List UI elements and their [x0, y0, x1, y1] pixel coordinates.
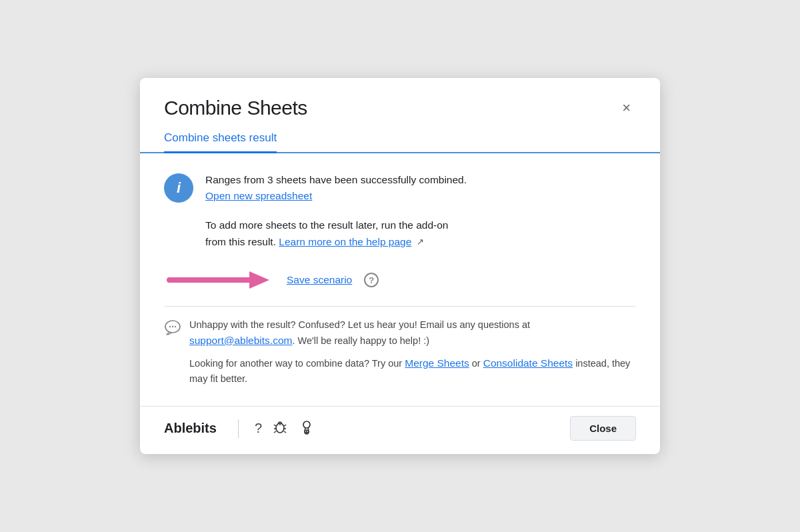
learn-more-link[interactable]: Learn more on the help page: [279, 236, 411, 247]
save-scenario-row: Save scenario ?: [164, 267, 636, 293]
external-link-icon: ↗: [417, 237, 424, 247]
section-divider: [164, 306, 636, 307]
save-scenario-help-icon[interactable]: ?: [364, 273, 379, 287]
svg-line-7: [274, 425, 276, 426]
svg-point-3: [172, 326, 173, 327]
more-info-row: To add more sheets to the result later, …: [205, 217, 636, 251]
close-x-button[interactable]: ×: [617, 98, 636, 118]
chat-icon: [164, 319, 181, 339]
dialog-title: Combine Sheets: [164, 97, 307, 119]
svg-point-16: [306, 431, 307, 433]
info-icon: i: [164, 173, 193, 203]
svg-marker-0: [249, 271, 269, 289]
help-button[interactable]: ?: [249, 419, 267, 437]
tab-combine-sheets-result[interactable]: Combine sheets result: [164, 131, 277, 153]
feedback-row: Unhappy with the result? Confused? Let u…: [164, 317, 636, 348]
feedback-text2: Looking for another way to combine data?…: [189, 355, 636, 386]
svg-point-4: [175, 326, 176, 327]
combine-sheets-dialog: Combine Sheets × Combine sheets result i…: [140, 78, 660, 455]
info-row: i Ranges from 3 sheets have been success…: [164, 172, 636, 203]
svg-point-13: [303, 421, 310, 428]
save-scenario-link[interactable]: Save scenario: [287, 274, 352, 286]
dialog-footer: Ablebits ?: [140, 406, 660, 454]
feedback-text: Unhappy with the result? Confused? Let u…: [189, 317, 636, 348]
svg-line-12: [284, 431, 286, 433]
pink-arrow-icon: [164, 267, 271, 293]
consolidate-sheets-link[interactable]: Consolidate Sheets: [483, 357, 573, 369]
close-button[interactable]: Close: [570, 416, 636, 441]
account-info-button[interactable]: [293, 417, 321, 440]
footer-left: Ablebits ?: [164, 417, 321, 440]
svg-point-2: [169, 326, 171, 327]
svg-line-8: [284, 425, 286, 426]
ablebits-brand: Ablebits: [164, 421, 217, 436]
svg-line-11: [274, 431, 276, 433]
feedback-section: Unhappy with the result? Confused? Let u…: [164, 317, 636, 386]
more-info-text: To add more sheets to the result later, …: [205, 217, 636, 251]
open-new-spreadsheet-link[interactable]: Open new spreadsheet: [205, 190, 467, 202]
footer-divider: [238, 419, 239, 438]
success-message: Ranges from 3 sheets have been successfu…: [205, 172, 467, 187]
support-email-link[interactable]: support@ablebits.com: [189, 335, 292, 346]
tab-bar: Combine sheets result: [140, 119, 660, 153]
dialog-header: Combine Sheets ×: [140, 78, 660, 119]
bug-report-button[interactable]: [267, 418, 293, 439]
dialog-body: i Ranges from 3 sheets have been success…: [140, 153, 660, 407]
info-text: Ranges from 3 sheets have been successfu…: [205, 172, 467, 202]
merge-sheets-link[interactable]: Merge Sheets: [405, 357, 469, 369]
